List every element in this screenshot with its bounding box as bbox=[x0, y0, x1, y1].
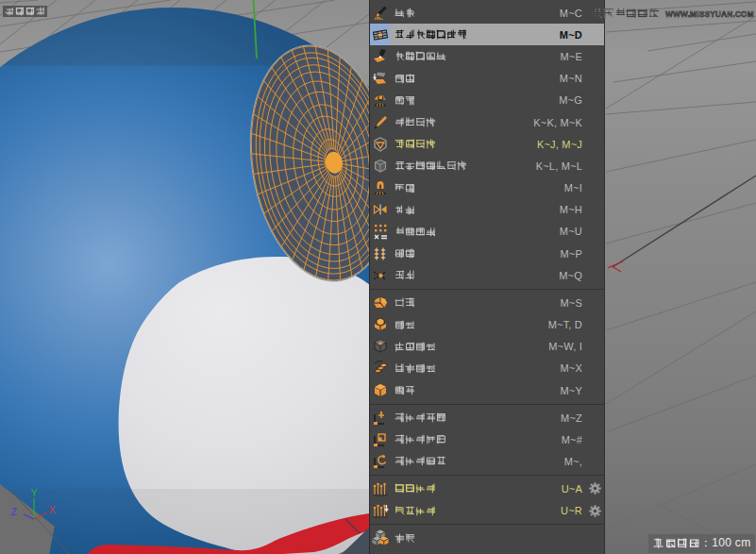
svg-text:X: X bbox=[49, 504, 57, 515]
svg-text:Z: Z bbox=[11, 506, 18, 517]
svg-text:Y: Y bbox=[31, 487, 39, 498]
